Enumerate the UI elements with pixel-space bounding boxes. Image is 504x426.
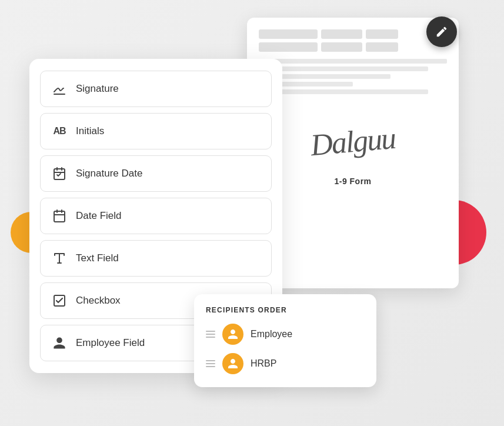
field-item-signature-date[interactable]: Signature Date — [40, 155, 272, 192]
recipient-name-hrbp: HRBP — [251, 358, 276, 369]
field-label-date-field: Date Field — [76, 210, 121, 222]
edit-icon — [435, 25, 448, 38]
doc-header-rows — [259, 29, 447, 52]
signature-icon — [51, 81, 68, 97]
date-field-icon — [51, 208, 68, 224]
field-label-text-field: Text Field — [76, 252, 119, 264]
signature-date-icon — [51, 165, 68, 182]
field-label-signature: Signature — [76, 83, 119, 95]
field-label-initials: Initials — [76, 125, 104, 137]
doc-cell — [321, 29, 362, 39]
field-item-date-field[interactable]: Date Field — [40, 198, 272, 234]
signature-display: Dalguu — [309, 120, 397, 162]
recipient-item-employee[interactable]: Employee — [206, 324, 365, 345]
edit-button[interactable] — [426, 16, 457, 47]
drag-handle-hrbp — [206, 360, 215, 367]
field-item-initials[interactable]: AB Initials — [40, 113, 272, 149]
doc-cell — [321, 42, 362, 52]
recipient-name-employee: Employee — [251, 329, 292, 340]
doc-cell — [366, 42, 398, 52]
doc-line — [259, 66, 428, 71]
field-label-checkbox: Checkbox — [76, 295, 121, 307]
signature-area: Dalguu — [259, 112, 447, 171]
doc-line — [259, 59, 447, 64]
employee-field-icon — [51, 335, 68, 351]
drag-handle-employee — [206, 331, 215, 338]
form-label: 1-9 Form — [259, 177, 447, 186]
avatar-employee — [222, 324, 243, 345]
initials-icon: AB — [51, 123, 68, 139]
recipients-title: RECIPIENTS ORDER — [206, 306, 365, 314]
scene: Dalguu 1-9 Form Signature AB Initials — [0, 0, 504, 426]
field-label-employee-field: Employee Field — [76, 337, 145, 349]
person-icon-hrbp — [227, 358, 239, 370]
field-item-signature[interactable]: Signature — [40, 71, 272, 107]
checkbox-icon — [51, 292, 68, 309]
field-label-signature-date: Signature Date — [76, 168, 142, 179]
svg-rect-5 — [54, 211, 65, 222]
text-field-icon — [51, 250, 68, 267]
recipient-item-hrbp[interactable]: HRBP — [206, 353, 365, 374]
doc-line — [259, 89, 428, 94]
recipients-order-card: RECIPIENTS ORDER Employee — [194, 294, 376, 387]
doc-cell — [366, 29, 398, 39]
doc-row-1 — [259, 29, 447, 39]
avatar-hrbp — [222, 353, 243, 374]
person-icon-employee — [227, 328, 239, 340]
doc-cell — [259, 42, 318, 52]
doc-cell — [259, 29, 318, 39]
field-item-text-field[interactable]: Text Field — [40, 240, 272, 277]
doc-lines — [259, 59, 447, 94]
doc-row-2 — [259, 42, 447, 52]
